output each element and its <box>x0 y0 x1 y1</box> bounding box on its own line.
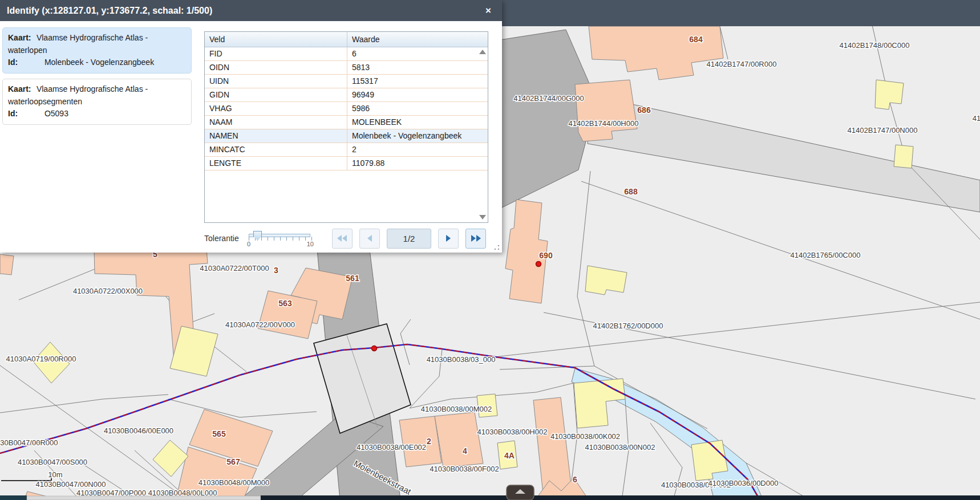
svg-text:41030B0038/00E002: 41030B0038/00E002 <box>357 443 426 452</box>
column-header-veld: Veld <box>205 32 347 47</box>
identify-panel-header: Identify (x:128127.01, y:173677.2, schaa… <box>0 0 502 21</box>
table-scrollbar[interactable] <box>477 47 487 222</box>
svg-text:41030B0047/00R000: 41030B0047/00R000 <box>0 438 58 447</box>
table-row: OIDN5813 <box>205 61 488 75</box>
svg-text:41402B1747/00N000: 41402B1747/00N000 <box>848 126 918 135</box>
svg-text:41030B0038/03_000: 41030B0038/03_000 <box>427 355 496 364</box>
id-label: Id: <box>8 56 34 69</box>
identify-results-list: Kaart: Vlaamse Hydrografische Atlas - wa… <box>2 27 192 130</box>
panel-resize-grip[interactable] <box>493 244 500 251</box>
last-page-button[interactable] <box>465 229 486 249</box>
building-4 <box>435 412 483 468</box>
tolerance-slider[interactable]: 0 10 <box>245 230 314 247</box>
svg-text:690: 690 <box>539 251 553 260</box>
bottom-panel-expand-button[interactable] <box>507 485 534 500</box>
scroll-up-icon[interactable] <box>479 50 486 54</box>
identify-panel: Identify (x:128127.01, y:173677.2, schaa… <box>0 0 502 253</box>
right-arrow-icon <box>446 235 451 242</box>
svg-text:3: 3 <box>274 266 278 275</box>
svg-text:41402B1748/00C000: 41402B1748/00C000 <box>840 41 910 50</box>
svg-text:41030B0047/00S000: 41030B0047/00S000 <box>18 458 87 466</box>
svg-text:41030B0038/00F002: 41030B0038/00F002 <box>430 465 499 473</box>
slider-max-label: 10 <box>307 241 314 247</box>
table-row: VHAG5986 <box>205 102 488 116</box>
svg-text:41030B0047/00N000: 41030B0047/00N000 <box>36 480 106 489</box>
svg-text:688: 688 <box>624 187 638 196</box>
table-row: GIDN96949 <box>205 88 488 102</box>
svg-text:41402B1744/00G000: 41402B1744/00G000 <box>513 94 584 103</box>
svg-text:684: 684 <box>689 35 703 44</box>
svg-text:4A: 4A <box>504 451 515 460</box>
svg-text:686: 686 <box>637 105 651 115</box>
result-card-waterloopsegmenten[interactable]: Kaart: Vlaamse Hydrografische Atlas - wa… <box>2 79 192 125</box>
table-row: UIDN115317 <box>205 75 488 88</box>
identify-panel-title: Identify (x:128127.01, y:173677.2, schaa… <box>7 6 481 16</box>
page-indicator: 1/2 <box>387 229 431 249</box>
id-value: Molenbeek - Vogelenzangbeek <box>44 58 154 67</box>
svg-text:41030B0038/00M002: 41030B0038/00M002 <box>421 405 492 413</box>
table-row: NAAMMOLENBEEK <box>205 116 488 129</box>
building-2 <box>399 416 442 467</box>
identify-panel-footer: Tolerantie 0 10 1/2 <box>204 228 496 249</box>
svg-text:2: 2 <box>427 437 431 446</box>
svg-text:561: 561 <box>346 274 359 283</box>
map-bottom-bar <box>0 495 980 500</box>
double-left-arrow-icon <box>337 235 347 242</box>
first-page-button[interactable] <box>332 229 353 249</box>
id-label: Id: <box>8 108 34 120</box>
scale-label: 10m <box>48 470 62 479</box>
identify-marker-690 <box>536 262 541 267</box>
svg-text:41030B0036/00D000: 41030B0036/00D000 <box>708 479 779 487</box>
svg-text:41402B1762/00D000: 41402B1762/00D000 <box>593 322 663 330</box>
attribute-table: Veld Waarde FID6 OIDN5813 UIDN115317 GID… <box>204 31 488 223</box>
svg-text:41030B0038/00K002: 41030B0038/00K002 <box>550 432 620 441</box>
svg-text:563: 563 <box>278 299 292 308</box>
svg-text:565: 565 <box>212 429 226 438</box>
kaart-label: Kaart: <box>8 32 34 44</box>
previous-page-button[interactable] <box>359 229 380 249</box>
close-icon[interactable]: × <box>481 4 495 18</box>
table-row-selected: NAMENMolenbeek - Vogelenzangbeek <box>205 129 488 143</box>
building-left-edge <box>0 254 14 275</box>
table-row: LENGTE11079.88 <box>205 157 488 170</box>
svg-text:41402B1744/00H000: 41402B1744/00H000 <box>569 119 639 128</box>
slider-min-label: 0 <box>247 241 250 247</box>
svg-text:41030B0048/00M000: 41030B0048/00M000 <box>199 478 269 487</box>
identify-marker-waterway <box>372 346 377 351</box>
svg-text:41030B0046/00E000: 41030B0046/00E000 <box>104 426 173 435</box>
id-value: O5093 <box>44 109 68 118</box>
table-row: FID6 <box>205 47 488 61</box>
svg-text:567: 567 <box>226 457 240 466</box>
svg-text:41402B1765/00C000: 41402B1765/00C000 <box>791 251 861 259</box>
svg-text:41030A0719/00R000: 41030A0719/00R000 <box>6 355 76 363</box>
scroll-down-icon[interactable] <box>479 215 486 219</box>
column-header-waarde: Waarde <box>347 32 488 47</box>
svg-text:41402B1747/00R000: 41402B1747/00R000 <box>707 60 777 68</box>
left-arrow-icon <box>367 235 372 242</box>
result-card-waterlopen[interactable]: Kaart: Vlaamse Hydrografische Atlas - wa… <box>2 27 192 74</box>
svg-text:41: 41 <box>973 114 980 123</box>
kaart-label: Kaart: <box>8 83 34 96</box>
tolerance-label: Tolerantie <box>204 234 245 243</box>
svg-text:41030A0722/00V000: 41030A0722/00V000 <box>225 320 295 329</box>
svg-text:41030A0722/00X000: 41030A0722/00X000 <box>73 287 143 295</box>
svg-text:41030A0722/00T000: 41030A0722/00T000 <box>200 264 269 273</box>
attribute-table-header: Veld Waarde <box>205 32 488 47</box>
svg-text:6: 6 <box>573 475 577 484</box>
svg-text:41030B0038/00H002: 41030B0038/00H002 <box>477 428 548 436</box>
svg-text:4: 4 <box>463 446 467 456</box>
results-pager: 1/2 <box>332 229 486 249</box>
next-page-button[interactable] <box>438 229 459 249</box>
double-right-arrow-icon <box>471 235 481 242</box>
svg-text:41030B0038/00N002: 41030B0038/00N002 <box>585 443 655 452</box>
table-row: MINCATC2 <box>205 143 488 157</box>
